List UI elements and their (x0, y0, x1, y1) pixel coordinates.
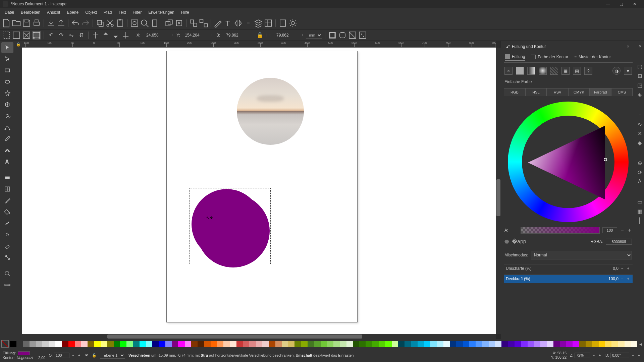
calligraphy-tool[interactable] (1, 145, 13, 156)
palette-swatch[interactable] (346, 341, 353, 347)
palette-swatch[interactable] (321, 341, 327, 347)
blur-plus[interactable]: + (626, 266, 631, 271)
palette-swatch[interactable] (469, 341, 476, 347)
zoom-selection-button[interactable] (130, 19, 139, 27)
color-wheel[interactable] (508, 102, 629, 222)
palette-swatch[interactable] (36, 341, 42, 347)
palette-swatch[interactable] (547, 341, 553, 347)
snap-midpoint-icon[interactable]: ◈ (636, 91, 643, 98)
palette-swatch[interactable] (405, 341, 411, 347)
tab-farbrad[interactable]: Farbrad (590, 88, 611, 96)
layer-lock-icon[interactable]: 🔓 (92, 353, 97, 358)
status-o-minus[interactable]: − (71, 353, 75, 357)
palette-swatch[interactable] (126, 341, 133, 347)
palette-swatch[interactable] (288, 341, 294, 347)
palette-swatch[interactable] (172, 341, 178, 347)
opacity-plus[interactable]: + (626, 277, 631, 281)
maximize-button[interactable]: ▢ (614, 0, 628, 8)
tab-stroke-paint[interactable]: Farbe der Kontur (531, 54, 568, 61)
palette-swatch[interactable] (515, 341, 521, 347)
palette-swatch[interactable] (625, 341, 631, 347)
palette-swatch[interactable] (269, 341, 275, 347)
toggle-bbox-icon[interactable] (32, 31, 41, 40)
3dbox-tool[interactable] (1, 99, 13, 110)
no-paint-button[interactable]: × (504, 67, 513, 75)
y-plus[interactable]: + (210, 32, 214, 39)
palette-swatch[interactable] (599, 341, 605, 347)
docprops-button[interactable] (278, 19, 287, 27)
menu-filter[interactable]: Filter (129, 9, 145, 16)
alpha-minus[interactable]: − (620, 227, 625, 233)
radial-gradient-button[interactable] (539, 67, 547, 75)
snap-node-icon[interactable]: ◦ (636, 111, 643, 118)
undo-button[interactable] (71, 19, 80, 27)
snap-corner-icon[interactable]: ◳ (636, 82, 643, 88)
menu-bearbeiten[interactable]: Bearbeiten (17, 9, 44, 16)
w-plus[interactable]: + (250, 32, 254, 39)
spiral-tool[interactable] (1, 111, 13, 121)
palette-swatch[interactable] (450, 341, 456, 347)
rotate-ccw-icon[interactable]: ↶ (47, 31, 55, 40)
opacity-minus[interactable]: − (620, 277, 625, 281)
palette-swatch[interactable] (605, 341, 611, 347)
clipped-image-circle[interactable] (237, 78, 304, 145)
snap-rotation-icon[interactable]: ⟳ (636, 169, 643, 176)
palette-swatch[interactable] (340, 341, 346, 347)
palette-swatch[interactable] (159, 341, 165, 347)
h-minus[interactable]: − (294, 32, 299, 39)
palette-swatch[interactable] (424, 341, 430, 347)
menu-pfad[interactable]: Pfad (100, 9, 115, 16)
rotate-cw-icon[interactable]: ↷ (57, 31, 65, 40)
palette-menu-icon[interactable]: ◂ (637, 341, 644, 347)
flat-color-button[interactable] (516, 67, 524, 75)
spray-tool[interactable] (1, 229, 13, 240)
layers-button[interactable] (254, 19, 263, 27)
star-tool[interactable] (1, 88, 13, 99)
node-tool[interactable] (1, 54, 13, 64)
minimize-button[interactable]: — (601, 0, 614, 8)
snap-edge-icon[interactable]: ⊞ (636, 72, 643, 79)
palette-swatch[interactable] (140, 341, 146, 347)
copy-button[interactable] (96, 19, 104, 27)
canvas[interactable]: ↖✥ (22, 48, 496, 334)
panel-tab[interactable]: 🖌 Füllung und Kontur × (504, 43, 633, 50)
xml-button[interactable] (234, 19, 243, 27)
select-all-icon[interactable] (12, 31, 21, 40)
y-minus[interactable]: − (204, 32, 208, 39)
palette-swatch[interactable] (314, 341, 320, 347)
palette-swatch[interactable] (379, 341, 385, 347)
palette-swatch[interactable] (301, 341, 308, 347)
tab-rgb[interactable]: RGB (504, 88, 525, 96)
palette-swatch[interactable] (55, 341, 62, 347)
status-stroke-value[interactable]: Ungesetzt (16, 356, 33, 360)
snap-text-icon[interactable]: A (636, 178, 643, 185)
import-button[interactable] (47, 19, 55, 27)
y-input[interactable] (182, 33, 202, 38)
open-button[interactable] (12, 19, 21, 27)
palette-swatch[interactable] (456, 341, 463, 347)
swatch-button[interactable]: ▤ (573, 67, 581, 75)
palette-swatch[interactable] (88, 341, 94, 347)
redo-button[interactable] (81, 19, 90, 27)
eraser-tool[interactable] (1, 241, 13, 251)
palette-swatch[interactable] (372, 341, 379, 347)
heart-fill-button[interactable]: ♥ (624, 67, 632, 75)
palette-swatch[interactable] (359, 341, 366, 347)
w-minus[interactable]: − (244, 32, 248, 39)
status-o-plus[interactable]: + (77, 353, 82, 357)
visibility-icon[interactable]: 👁 (85, 353, 89, 357)
palette-swatch[interactable] (611, 341, 618, 347)
deselect-icon[interactable] (22, 31, 31, 40)
zoom-plus[interactable]: + (597, 353, 602, 357)
dropper-icon[interactable]: �app (512, 238, 526, 245)
palette-swatch[interactable] (418, 341, 424, 347)
palette-swatch[interactable] (68, 341, 75, 347)
palette-swatch[interactable] (262, 341, 269, 347)
palette-swatch[interactable] (223, 341, 230, 347)
palette-swatch[interactable] (243, 341, 249, 347)
palette-swatch[interactable] (94, 341, 101, 347)
zoom-tool[interactable] (1, 268, 13, 279)
tab-hsv[interactable]: HSV (547, 88, 568, 96)
gradient-tool[interactable] (1, 172, 13, 183)
lock-guides-icon[interactable]: 🔒 (15, 41, 22, 48)
